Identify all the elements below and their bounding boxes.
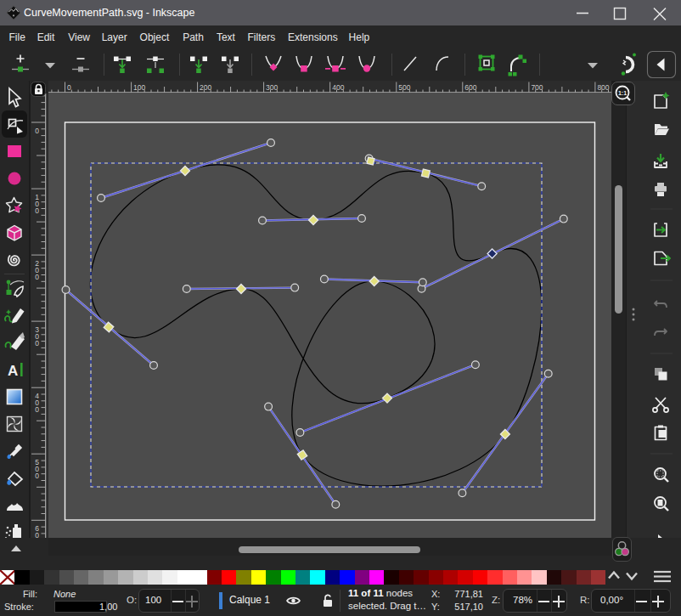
svg-text:400: 400 [332, 83, 344, 92]
svg-text:300: 300 [266, 83, 278, 92]
svg-text:200: 200 [200, 83, 211, 92]
svg-text:0: 0 [35, 405, 39, 414]
svg-text:1:1: 1:1 [618, 90, 627, 96]
svg-text:0: 0 [35, 206, 39, 215]
svg-text:A: A [8, 363, 18, 379]
svg-text:800: 800 [597, 83, 609, 92]
svg-text:100: 100 [133, 83, 145, 92]
svg-text:0: 0 [35, 472, 39, 480]
svg-text:0: 0 [35, 273, 39, 281]
svg-text:0: 0 [35, 127, 39, 135]
svg-text:600: 600 [464, 83, 476, 92]
svg-text:500: 500 [398, 83, 410, 92]
svg-text:0: 0 [35, 339, 39, 348]
svg-text:700: 700 [531, 83, 543, 92]
svg-text:0: 0 [35, 531, 39, 538]
svg-text:0: 0 [67, 83, 71, 92]
